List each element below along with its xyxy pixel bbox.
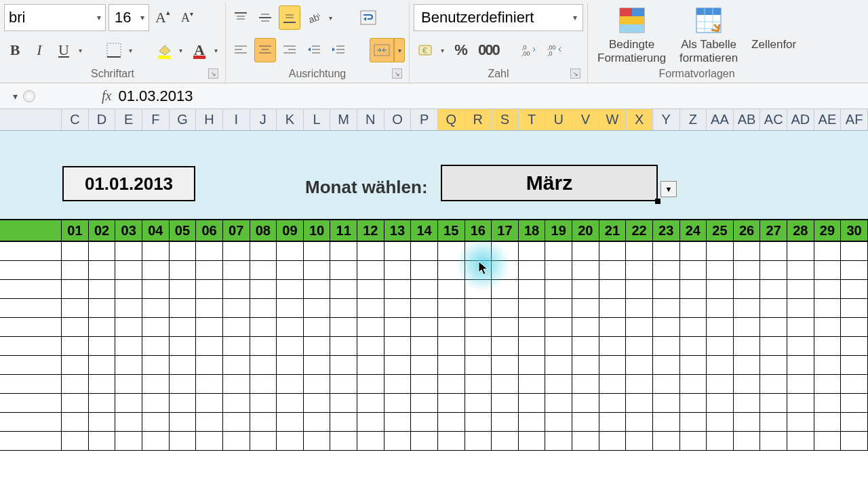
grid-cell[interactable]: [841, 299, 868, 318]
grid-cell[interactable]: [357, 413, 384, 432]
grid-cell[interactable]: [787, 318, 814, 337]
grid-cell[interactable]: [707, 318, 734, 337]
grid-cell[interactable]: [170, 261, 197, 280]
cell-styles-button[interactable]: Zellenfor: [746, 3, 802, 53]
column-header[interactable]: U: [545, 109, 572, 130]
grid-cell[interactable]: [0, 261, 62, 280]
grid-cell[interactable]: [680, 413, 707, 432]
grid-cell[interactable]: [519, 261, 546, 280]
grid-cell[interactable]: [142, 432, 170, 451]
grid-cell[interactable]: [599, 356, 627, 375]
grid-cell[interactable]: [814, 299, 842, 318]
grid-cell[interactable]: [519, 356, 546, 375]
grid-cell[interactable]: [734, 318, 761, 337]
fill-color-dropdown[interactable]: ▾: [175, 38, 186, 62]
merge-center-button[interactable]: [370, 38, 394, 62]
grid-cell[interactable]: [89, 318, 116, 337]
month-select-cell[interactable]: März: [441, 165, 658, 201]
grid-cell[interactable]: [304, 299, 331, 318]
fill-color-button[interactable]: [153, 38, 175, 62]
grid-cell[interactable]: [626, 337, 653, 356]
grid-cell[interactable]: [0, 394, 62, 413]
column-header[interactable]: AE: [814, 109, 842, 130]
grid-cell[interactable]: [626, 242, 653, 261]
grid-cell[interactable]: [357, 261, 384, 280]
grid-cell[interactable]: [519, 318, 546, 337]
grid-cell[interactable]: [572, 413, 599, 432]
grid-cell[interactable]: [411, 356, 438, 375]
grid-cell[interactable]: [250, 261, 277, 280]
grid-cell[interactable]: [572, 318, 599, 337]
grid-cell[interactable]: [223, 375, 250, 394]
grid-cell[interactable]: [626, 280, 653, 299]
grid-cell[interactable]: [626, 356, 653, 375]
grid-cell[interactable]: [277, 280, 304, 299]
grid-body[interactable]: [0, 242, 868, 451]
grid-cell[interactable]: [142, 299, 170, 318]
grid-cell[interactable]: [707, 432, 734, 451]
grid-cell[interactable]: [787, 299, 814, 318]
align-top-button[interactable]: [230, 5, 252, 30]
worksheet-area[interactable]: 01.01.2013 Monat wählen: März ▼: [0, 131, 868, 219]
grid-cell[interactable]: [680, 375, 707, 394]
grid-cell[interactable]: [626, 318, 653, 337]
comma-style-button[interactable]: 000: [475, 38, 502, 62]
grid-cell[interactable]: [787, 280, 814, 299]
column-header[interactable]: S: [492, 109, 519, 130]
grid-cell[interactable]: [787, 413, 814, 432]
grid-cell[interactable]: [492, 280, 519, 299]
grid-cell[interactable]: [250, 375, 277, 394]
grid-cell[interactable]: [653, 375, 680, 394]
grid-cell[interactable]: [330, 261, 357, 280]
grid-cell[interactable]: [760, 242, 787, 261]
grid-cell[interactable]: [223, 280, 250, 299]
grid-cell[interactable]: [572, 394, 599, 413]
grid-cell[interactable]: [707, 394, 734, 413]
grid-cell[interactable]: [734, 375, 761, 394]
grid-cell[interactable]: [384, 242, 412, 261]
grid-cell[interactable]: [142, 394, 170, 413]
grid-cell[interactable]: [680, 242, 707, 261]
grid-cell[interactable]: [814, 242, 842, 261]
grid-cell[interactable]: [438, 299, 465, 318]
grid-cell[interactable]: [492, 356, 519, 375]
column-header[interactable]: W: [599, 109, 627, 130]
column-header[interactable]: X: [626, 109, 653, 130]
column-header[interactable]: I: [223, 109, 250, 130]
grid-cell[interactable]: [0, 356, 62, 375]
grid-cell[interactable]: [62, 413, 89, 432]
grid-cell[interactable]: [142, 413, 170, 432]
grid-cell[interactable]: [411, 299, 438, 318]
grid-cell[interactable]: [599, 242, 627, 261]
grid-cell[interactable]: [787, 375, 814, 394]
grid-cell[interactable]: [142, 337, 170, 356]
grid-cell[interactable]: [438, 261, 465, 280]
decrease-decimal-button[interactable]: ,00,0: [543, 38, 566, 62]
grid-cell[interactable]: [519, 375, 546, 394]
grid-cell[interactable]: [250, 318, 277, 337]
grid-cell[interactable]: [760, 337, 787, 356]
grid-cell[interactable]: [62, 356, 89, 375]
formula-input[interactable]: [111, 86, 868, 106]
grid-cell[interactable]: [304, 261, 331, 280]
column-header[interactable]: AB: [734, 109, 761, 130]
grid-cell[interactable]: [170, 318, 197, 337]
grid-cell[interactable]: [89, 337, 116, 356]
grid-cell[interactable]: [760, 394, 787, 413]
grid-cell[interactable]: [304, 432, 331, 451]
grid-cell[interactable]: [572, 337, 599, 356]
grid-cell[interactable]: [465, 413, 492, 432]
grid-cell[interactable]: [142, 318, 170, 337]
grid-cell[interactable]: [89, 432, 116, 451]
number-dialog-launcher[interactable]: ↘: [570, 68, 580, 79]
grid-cell[interactable]: [680, 432, 707, 451]
grid-cell[interactable]: [653, 413, 680, 432]
column-header[interactable]: P: [411, 109, 438, 130]
grid-cell[interactable]: [760, 375, 787, 394]
grid-cell[interactable]: [304, 318, 331, 337]
grid-cell[interactable]: [492, 375, 519, 394]
grid-cell[interactable]: [250, 337, 277, 356]
grid-cell[interactable]: [330, 280, 357, 299]
grid-cell[interactable]: [384, 356, 412, 375]
grid-cell[interactable]: [411, 280, 438, 299]
